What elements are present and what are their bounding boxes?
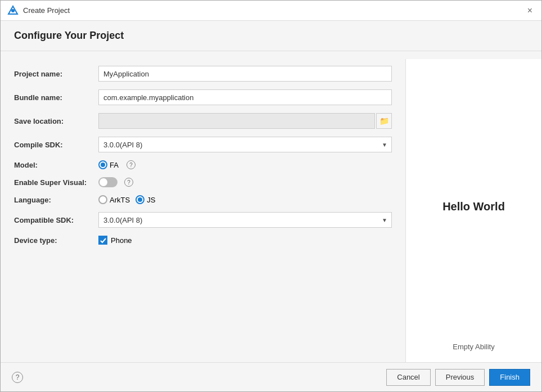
- toggle-knob: [100, 178, 107, 186]
- preview-hello-world: Hello World: [442, 200, 505, 213]
- super-visual-toggle[interactable]: [98, 177, 118, 187]
- super-visual-label: Enable Super Visual:: [14, 178, 98, 187]
- language-js-option[interactable]: JS: [136, 195, 155, 204]
- save-location-control: 📁: [98, 113, 392, 129]
- dialog-footer: ? Cancel Previous Finish: [1, 362, 541, 391]
- device-type-row: Device type: Phone: [14, 236, 392, 245]
- language-js-label: JS: [147, 196, 155, 204]
- language-control: ArkTS JS: [98, 195, 392, 204]
- model-row: Model: FA ?: [14, 160, 392, 169]
- create-project-dialog: Create Project × Configure Your Project …: [0, 0, 542, 392]
- super-visual-row: Enable Super Visual: ?: [14, 177, 392, 187]
- checkmark-icon: [100, 237, 106, 244]
- preview-label: Empty Ability: [453, 343, 494, 351]
- language-js-radio[interactable]: [136, 195, 144, 204]
- compatible-sdk-row: Compatible SDK: 3.0.0(API 8) 2.0.0(API 6…: [14, 212, 392, 228]
- device-phone-item[interactable]: Phone: [98, 236, 392, 245]
- project-name-input[interactable]: [98, 66, 392, 82]
- dialog-body: Project name: Bundle name: Save location…: [1, 59, 541, 362]
- compile-sdk-row: Compile SDK: 3.0.0(API 8) 2.0.0(API 6) ▼: [14, 137, 392, 152]
- compile-sdk-label: Compile SDK:: [14, 141, 98, 149]
- bundle-name-row: Bundle name:: [14, 89, 392, 105]
- footer-buttons: Cancel Previous Finish: [386, 369, 530, 386]
- device-type-label: Device type:: [14, 236, 98, 245]
- project-name-control: [98, 66, 392, 82]
- compile-sdk-control: 3.0.0(API 8) 2.0.0(API 6) ▼: [98, 137, 392, 152]
- model-fa-radio[interactable]: [98, 160, 107, 169]
- bundle-name-label: Bundle name:: [14, 93, 98, 102]
- device-type-control: Phone: [98, 236, 392, 245]
- project-name-row: Project name:: [14, 66, 392, 82]
- save-location-wrapper: 📁: [98, 113, 392, 129]
- previous-button[interactable]: Previous: [435, 369, 485, 386]
- compatible-sdk-select[interactable]: 3.0.0(API 8) 2.0.0(API 6): [98, 212, 392, 228]
- bundle-name-control: [98, 89, 392, 105]
- dialog-title: Configure Your Project: [14, 30, 528, 42]
- window-title: Create Project: [23, 6, 525, 15]
- save-location-input[interactable]: [98, 113, 375, 129]
- model-help-icon[interactable]: ?: [127, 160, 136, 169]
- model-fa-option[interactable]: FA: [98, 160, 119, 169]
- footer-help-icon[interactable]: ?: [12, 372, 23, 383]
- language-row: Language: ArkTS JS: [14, 195, 392, 204]
- device-phone-checkbox[interactable]: [98, 236, 107, 245]
- super-visual-help-icon[interactable]: ?: [124, 178, 133, 187]
- template-label-text: Empty Ability: [453, 343, 494, 358]
- folder-icon: 📁: [380, 116, 389, 125]
- bundle-name-input[interactable]: [98, 89, 392, 105]
- preview-content: Hello World: [442, 70, 505, 343]
- language-arkts-label: ArkTS: [110, 196, 130, 204]
- model-label: Model:: [14, 161, 98, 169]
- model-control: FA ?: [98, 160, 392, 169]
- language-arkts-radio[interactable]: [98, 195, 107, 204]
- cancel-button[interactable]: Cancel: [386, 369, 430, 386]
- preview-panel: Hello World Empty Ability: [405, 59, 541, 362]
- compatible-sdk-select-wrapper: 3.0.0(API 8) 2.0.0(API 6) ▼: [98, 212, 392, 228]
- footer-help: ?: [12, 372, 386, 383]
- compatible-sdk-label: Compatible SDK:: [14, 216, 98, 224]
- save-location-label: Save location:: [14, 117, 98, 125]
- project-name-label: Project name:: [14, 70, 98, 78]
- device-phone-label: Phone: [111, 236, 132, 245]
- language-label: Language:: [14, 196, 98, 204]
- svg-point-1: [11, 9, 15, 12]
- super-visual-control: ?: [98, 177, 392, 187]
- compile-sdk-select-wrapper: 3.0.0(API 8) 2.0.0(API 6) ▼: [98, 137, 392, 152]
- dialog-header: Configure Your Project: [1, 21, 541, 48]
- form-panel: Project name: Bundle name: Save location…: [1, 59, 405, 362]
- close-button[interactable]: ×: [525, 6, 535, 15]
- language-arkts-option[interactable]: ArkTS: [98, 195, 130, 204]
- compatible-sdk-control: 3.0.0(API 8) 2.0.0(API 6) ▼: [98, 212, 392, 228]
- header-divider: [1, 51, 541, 51]
- save-location-row: Save location: 📁: [14, 113, 392, 129]
- finish-button[interactable]: Finish: [489, 369, 530, 386]
- compile-sdk-select[interactable]: 3.0.0(API 8) 2.0.0(API 6): [98, 137, 392, 152]
- title-bar: Create Project ×: [1, 1, 541, 21]
- browse-button[interactable]: 📁: [376, 113, 392, 129]
- model-fa-label: FA: [110, 161, 119, 169]
- app-logo-icon: [7, 5, 19, 16]
